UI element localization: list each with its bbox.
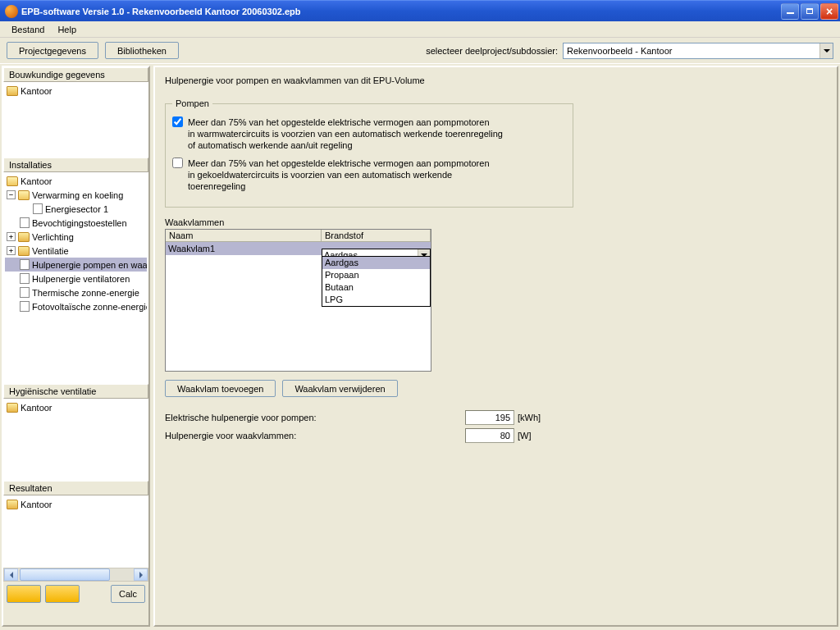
section-hygienische[interactable]: Hygiënische ventilatie <box>3 384 148 399</box>
column-brandstof[interactable]: Brandstof <box>322 230 431 241</box>
add-waakvlam-button[interactable]: Waakvlam toevoegen <box>165 380 276 397</box>
cell-naam[interactable]: Waakvlam1 <box>166 244 322 253</box>
brandstof-dropdown[interactable]: Aardgas Propaan Butaan LPG <box>322 256 431 307</box>
folder-icon <box>7 500 18 509</box>
result-waakvlammen-value: 80 <box>465 428 514 443</box>
minimize-button[interactable] <box>781 3 799 20</box>
scroll-left-button[interactable] <box>4 568 18 581</box>
delete-waakvlam-button[interactable]: Waakvlam verwijderen <box>282 380 397 397</box>
option-butaan[interactable]: Butaan <box>322 281 430 294</box>
grid-row[interactable]: Waakvlam1 Aardgas <box>166 242 431 255</box>
checkbox-warmwater[interactable] <box>172 116 183 127</box>
folder-icon <box>18 232 30 242</box>
folder-icon <box>7 403 18 413</box>
menubar: Bestand Help <box>0 21 840 38</box>
checkbox-gekoeldwater[interactable] <box>172 158 183 168</box>
folder-icon <box>18 246 30 256</box>
tree-resultaten: Kantoor <box>3 495 148 568</box>
tree-item-hulpenergie-pompen[interactable]: Hulpenergie pompen en waakvlammen <box>5 258 147 272</box>
window-title: EPB-software Versie 1.0 - Rekenvoorbeeld… <box>21 7 781 16</box>
section-bouwkundig[interactable]: Bouwkundige gegevens <box>3 67 148 82</box>
result-waakvlammen-unit: [W] <box>518 431 532 441</box>
titlebar: EPB-software Versie 1.0 - Rekenvoorbeeld… <box>0 0 840 21</box>
page-icon <box>33 203 43 214</box>
libraries-button[interactable]: Bibliotheken <box>105 42 179 59</box>
expand-icon[interactable]: + <box>7 246 16 255</box>
tree-item-ventilatie[interactable]: +Ventilatie <box>5 244 147 258</box>
result-pompen-unit: [kWh] <box>518 413 541 422</box>
calc-button[interactable]: Calc <box>111 585 145 603</box>
scroll-right-button[interactable] <box>134 568 148 581</box>
tree-item-thermische[interactable]: Thermische zonne-energie <box>5 285 147 299</box>
tree-item-kantoor[interactable]: Kantoor <box>5 497 147 511</box>
maximize-button[interactable] <box>801 3 819 20</box>
folder-open-icon <box>18 190 30 200</box>
tree-item-kantoor[interactable]: Kantoor <box>5 84 147 98</box>
tree-item-kantoor[interactable]: Kantoor <box>5 400 147 414</box>
subproject-select[interactable]: Rekenvoorbeeld - Kantoor <box>563 43 833 59</box>
chevron-down-icon <box>819 43 833 58</box>
page-icon <box>20 301 30 312</box>
page-icon <box>20 259 30 270</box>
section-resultaten[interactable]: Resultaten <box>3 481 148 495</box>
waakvlammen-grid: Naam Brandstof Waakvlam1 Aardgas Aardgas… <box>165 229 431 372</box>
tree-item-verwarming[interactable]: −Verwarming en koeling <box>5 188 147 202</box>
tree-bouwkundig: Kantoor <box>3 82 148 158</box>
menu-help[interactable]: Help <box>51 23 83 36</box>
result-waakvlammen-label: Hulpenergie voor waakvlammen: <box>165 431 465 441</box>
main-panel: Hulpenergie voor pompen en waakvlammen v… <box>153 66 838 627</box>
checkbox-warmwater-label: Meer dan 75% van het opgestelde elektris… <box>188 116 503 151</box>
option-propaan[interactable]: Propaan <box>322 269 430 281</box>
waakvlammen-label: Waakvlammen <box>165 217 827 227</box>
sidebar: Bouwkundige gegevens Kantoor Installatie… <box>2 66 150 627</box>
select-subproject-label: selecteer deelproject/subdossier: <box>426 46 558 56</box>
tree-item-fotovolt[interactable]: Fotovoltaïsche zonne-energie <box>5 299 147 313</box>
project-data-button[interactable]: Projectgegevens <box>7 42 98 59</box>
menu-file[interactable]: Bestand <box>5 23 51 36</box>
orange-button-2[interactable] <box>45 585 80 603</box>
tree-item-hulpenergie-vent[interactable]: Hulpenergie ventilatoren <box>5 272 147 285</box>
expand-icon[interactable]: + <box>7 232 16 241</box>
tree-installaties: Kantoor −Verwarming en koeling Energiese… <box>3 172 148 384</box>
option-aardgas[interactable]: Aardgas <box>322 257 430 269</box>
page-icon <box>20 273 30 284</box>
page-icon <box>20 287 30 298</box>
panel-title: Hulpenergie voor pompen en waakvlammen v… <box>165 75 827 85</box>
result-pompen-label: Elektrische hulpenergie voor pompen: <box>165 413 465 422</box>
tree-item-kantoor[interactable]: Kantoor <box>5 174 147 188</box>
folder-icon <box>7 86 18 96</box>
folder-open-icon <box>7 176 18 186</box>
checkbox-gekoeldwater-label: Meer dan 75% van het opgestelde elektris… <box>188 158 490 192</box>
scroll-thumb[interactable] <box>20 568 110 581</box>
orange-button-1[interactable] <box>7 585 41 603</box>
section-installaties[interactable]: Installaties <box>3 158 148 172</box>
toolbar: Projectgegevens Bibliotheken selecteer d… <box>0 38 840 63</box>
pompen-group: Pompen Meer dan 75% van het opgestelde e… <box>165 98 573 208</box>
close-button[interactable]: × <box>820 3 838 20</box>
horizontal-scrollbar[interactable] <box>3 568 148 582</box>
tree-item-verlichting[interactable]: +Verlichting <box>5 230 147 244</box>
column-naam[interactable]: Naam <box>166 230 322 241</box>
tree-item-energiesector[interactable]: Energiesector 1 <box>5 202 147 216</box>
page-icon <box>20 217 30 228</box>
subproject-value: Rekenvoorbeeld - Kantoor <box>567 46 672 56</box>
option-lpg[interactable]: LPG <box>322 294 430 306</box>
tree-hygienische: Kantoor <box>3 399 148 481</box>
result-pompen-value: 195 <box>465 410 514 425</box>
app-icon <box>5 5 18 18</box>
pompen-legend: Pompen <box>172 98 212 108</box>
tree-item-bevochtiging[interactable]: Bevochtigingstoestellen <box>5 216 147 230</box>
collapse-icon[interactable]: − <box>7 190 16 199</box>
